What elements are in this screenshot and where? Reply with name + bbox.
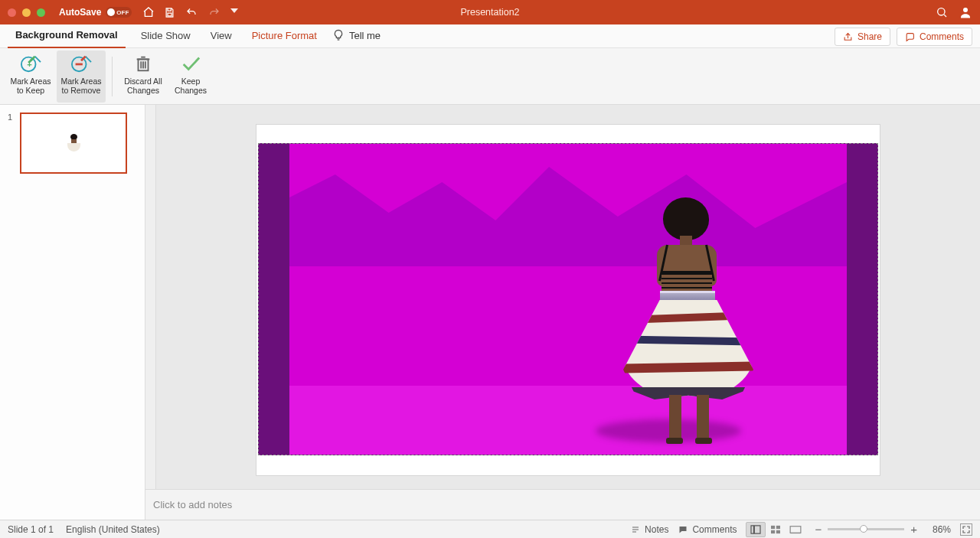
- discard-label-2: Changes: [127, 86, 159, 95]
- discard-label-1: Discard All: [124, 77, 162, 86]
- fit-to-window-button[interactable]: [960, 523, 972, 536]
- comments-toggle[interactable]: Comments: [678, 524, 737, 535]
- ruler-gutter: [145, 105, 156, 489]
- close-window-icon[interactable]: [8, 8, 16, 17]
- slide-thumbnail-1[interactable]: [20, 112, 127, 174]
- sorter-view-icon: [770, 525, 781, 534]
- fullscreen-window-icon[interactable]: [37, 8, 45, 17]
- svg-rect-25: [771, 530, 775, 533]
- zoom-slider[interactable]: [828, 528, 904, 530]
- share-label: Share: [858, 31, 882, 42]
- slide-canvas[interactable]: [256, 125, 880, 475]
- keep-label-1: Keep: [181, 77, 201, 86]
- notes-toggle[interactable]: Notes: [630, 524, 668, 535]
- autosave-toggle[interactable]: AutoSave OFF: [59, 7, 132, 18]
- window-controls: [8, 8, 45, 17]
- keep-label-2: Changes: [175, 86, 207, 95]
- mark-areas-to-keep-button[interactable]: + Mark Areas to Keep: [6, 51, 55, 103]
- tab-slide-show[interactable]: Slide Show: [133, 25, 198, 47]
- discard-all-changes-button[interactable]: Discard All Changes: [119, 51, 168, 103]
- comment-icon: [905, 32, 915, 42]
- svg-rect-0: [168, 13, 172, 16]
- svg-rect-22: [755, 525, 761, 533]
- comments-label: Comments: [920, 31, 964, 42]
- document-title: Presentation2: [460, 7, 519, 18]
- svg-rect-27: [791, 526, 802, 533]
- svg-text:+: +: [27, 59, 32, 68]
- autosave-state: OFF: [116, 9, 129, 16]
- notes-icon: [630, 525, 641, 534]
- mark-keep-label-1: Mark Areas: [10, 77, 51, 86]
- mountain-background: [289, 144, 847, 266]
- normal-view-icon: [750, 525, 761, 534]
- home-icon[interactable]: [142, 6, 155, 18]
- slide-thumbnail-panel: 1: [0, 105, 145, 520]
- person-foreground-keep-area: [626, 197, 749, 442]
- search-icon[interactable]: [936, 6, 948, 18]
- svg-rect-23: [771, 525, 775, 528]
- save-icon[interactable]: [164, 7, 175, 18]
- zoom-percentage[interactable]: 86%: [923, 524, 951, 535]
- tell-me-search[interactable]: Tell me: [332, 29, 381, 47]
- autosave-label: AutoSave: [59, 7, 101, 18]
- fit-icon: [962, 526, 970, 533]
- notes-pane[interactable]: Click to add notes: [145, 489, 980, 520]
- tab-picture-format[interactable]: Picture Format: [244, 25, 325, 47]
- zoom-in-button[interactable]: +: [910, 523, 917, 536]
- status-slide-indicator: Slide 1 of 1: [8, 524, 54, 535]
- trash-icon: [132, 54, 155, 73]
- minimize-window-icon[interactable]: [22, 8, 31, 17]
- undo-icon[interactable]: [185, 7, 198, 18]
- reading-view-button[interactable]: [786, 522, 805, 537]
- slide-number: 1: [8, 112, 12, 122]
- svg-line-4: [35, 56, 41, 61]
- notes-toggle-label: Notes: [645, 524, 668, 535]
- mark-areas-to-remove-button[interactable]: Mark Areas to Remove: [57, 51, 106, 103]
- comments-toggle-label: Comments: [692, 524, 737, 535]
- share-icon: [843, 32, 853, 42]
- svg-point-1: [938, 8, 945, 15]
- mark-remove-label-1: Mark Areas: [60, 77, 101, 86]
- redo-icon[interactable]: [207, 7, 221, 18]
- ribbon-separator: [112, 57, 113, 96]
- quick-access-toolbar: [142, 6, 238, 18]
- mark-remove-icon: [70, 54, 93, 73]
- slide-canvas-stage[interactable]: [156, 105, 980, 489]
- zoom-out-button[interactable]: −: [815, 523, 822, 536]
- ribbon-tabs: Background Removal Slide Show View Pictu…: [0, 24, 980, 48]
- title-bar: AutoSave OFF Presentation2: [0, 0, 980, 24]
- account-icon[interactable]: [959, 5, 972, 19]
- svg-rect-24: [776, 525, 780, 528]
- slide-sorter-view-button[interactable]: [766, 522, 786, 537]
- selected-picture[interactable]: [258, 143, 878, 455]
- mark-keep-label-2: to Keep: [17, 86, 44, 95]
- notes-placeholder: Click to add notes: [153, 499, 232, 510]
- tab-background-removal[interactable]: Background Removal: [8, 24, 126, 48]
- svg-line-9: [86, 56, 91, 61]
- lightbulb-icon: [332, 29, 345, 41]
- mark-remove-label-2: to Remove: [62, 86, 101, 95]
- share-button[interactable]: Share: [835, 28, 890, 46]
- status-bar: Slide 1 of 1 English (United States) Not…: [0, 520, 980, 538]
- comments-icon: [678, 525, 688, 534]
- svg-rect-28: [791, 533, 802, 533]
- qat-customize-icon[interactable]: [230, 8, 238, 17]
- keep-changes-button[interactable]: Keep Changes: [169, 51, 212, 103]
- status-language[interactable]: English (United States): [66, 524, 160, 535]
- zoom-slider-knob[interactable]: [860, 525, 867, 533]
- ribbon-background-removal: + Mark Areas to Keep Mark Areas to Remov…: [0, 48, 980, 105]
- svg-rect-26: [776, 530, 780, 533]
- checkmark-icon: [179, 54, 202, 73]
- tell-me-label: Tell me: [349, 30, 381, 41]
- mark-keep-icon: +: [19, 54, 42, 73]
- svg-point-2: [963, 8, 968, 12]
- normal-view-button[interactable]: [746, 522, 766, 537]
- tab-view[interactable]: View: [203, 25, 240, 47]
- zoom-control: − + 86%: [815, 523, 951, 536]
- reading-view-icon: [789, 525, 802, 534]
- view-mode-buttons: [746, 522, 805, 537]
- foreground-ground: [289, 386, 847, 455]
- thumbnail-preview-icon: [70, 134, 77, 152]
- comments-button[interactable]: Comments: [897, 28, 972, 46]
- svg-rect-21: [751, 525, 753, 533]
